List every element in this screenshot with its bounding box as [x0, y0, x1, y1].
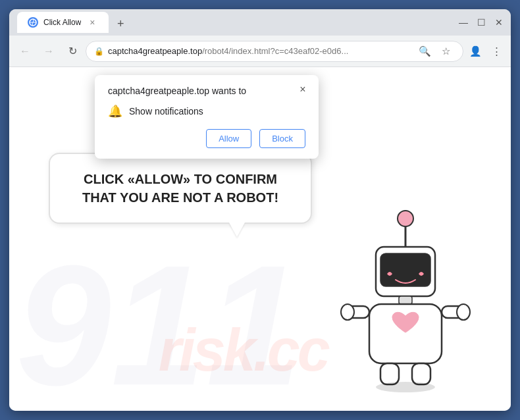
popup-title: captcha4greatpeaple.top wants to — [108, 86, 305, 96]
url-text: captcha4greatpeaple.top/robot4/index.htm… — [108, 46, 411, 56]
speech-bubble: CLICK «ALLOW» TO CONFIRM THAT YOU ARE NO… — [49, 153, 312, 224]
allow-button[interactable]: Allow — [206, 129, 251, 148]
tab-title: Click Allow — [43, 18, 81, 27]
svg-point-14 — [376, 382, 435, 392]
browser-tab[interactable]: Click Allow × — [17, 12, 109, 33]
svg-rect-12 — [380, 363, 399, 384]
tab-close-button[interactable]: × — [86, 16, 98, 28]
browser-window: Click Allow × + — ☐ ✕ ← → ↻ 🔒 captcha4gr… — [9, 9, 511, 411]
profile-area: 👤 ⋮ — [466, 42, 506, 61]
svg-rect-13 — [412, 363, 430, 384]
bell-icon: 🔔 — [108, 104, 122, 118]
address-bar: ← → ↻ 🔒 captcha4greatpeaple.top/robot4/i… — [9, 36, 511, 67]
lock-icon: 🔒 — [94, 47, 104, 56]
url-actions: 🔍 ☆ — [415, 42, 455, 61]
svg-rect-6 — [399, 296, 412, 304]
url-path: /robot4/index.html?c=c43eaf02-e0d6... — [202, 46, 348, 56]
watermark-text: risk.cc — [159, 317, 328, 384]
permission-popup: × captcha4greatpeaple.top wants to 🔔 Sho… — [95, 75, 319, 159]
forward-button[interactable]: → — [38, 41, 59, 62]
back-button[interactable]: ← — [14, 41, 36, 62]
url-domain: captcha4greatpeaple.top — [108, 46, 202, 56]
bookmark-icon[interactable]: ☆ — [436, 42, 455, 61]
minimize-button[interactable]: — — [459, 18, 468, 27]
block-button[interactable]: Block — [259, 129, 305, 148]
new-tab-button[interactable]: + — [111, 14, 130, 33]
maximize-button[interactable]: ☐ — [477, 18, 486, 27]
popup-buttons: Allow Block — [108, 129, 305, 148]
profile-icon[interactable]: 👤 — [466, 42, 484, 61]
close-button[interactable]: ✕ — [495, 18, 503, 27]
page-content: 911 risk.cc × captcha4greatpeaple.top wa… — [9, 67, 511, 411]
svg-rect-5 — [380, 253, 430, 286]
window-controls: — ☐ ✕ — [459, 18, 503, 27]
notification-label: Show notifications — [129, 106, 203, 117]
svg-point-3 — [398, 211, 413, 226]
url-bar[interactable]: 🔒 captcha4greatpeaple.top/robot4/index.h… — [86, 41, 463, 62]
popup-close-button[interactable]: × — [295, 82, 311, 97]
title-bar: Click Allow × + — ☐ ✕ — [9, 9, 511, 36]
search-icon[interactable]: 🔍 — [415, 42, 434, 61]
tab-favicon — [28, 17, 38, 28]
refresh-button[interactable]: ↻ — [62, 41, 83, 62]
svg-rect-7 — [369, 304, 442, 363]
menu-icon[interactable]: ⋮ — [487, 42, 506, 61]
robot-image — [333, 204, 478, 398]
tab-area: Click Allow × + — [17, 12, 454, 33]
svg-point-11 — [457, 304, 470, 320]
svg-point-10 — [341, 304, 354, 320]
bubble-text: CLICK «ALLOW» TO CONFIRM THAT YOU ARE NO… — [68, 170, 292, 207]
notification-row: 🔔 Show notifications — [108, 104, 305, 118]
